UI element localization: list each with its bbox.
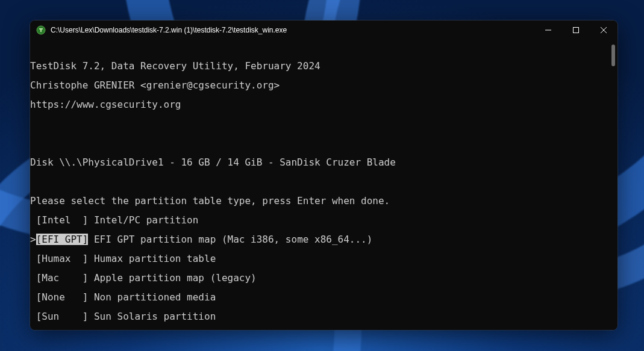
option-none[interactable]: [None ] Non partitioned media <box>30 293 617 302</box>
svg-rect-2 <box>574 28 579 33</box>
option-sun[interactable]: [Sun ] Sun Solaris partition <box>30 312 617 321</box>
terminal-content[interactable]: TestDisk 7.2, Data Recovery Utility, Feb… <box>30 40 617 330</box>
maximize-button[interactable] <box>562 20 590 40</box>
window-controls <box>534 20 617 40</box>
minimize-button[interactable] <box>534 20 562 40</box>
selected-option: [EFI GPT] <box>36 234 89 245</box>
app-icon <box>36 25 46 35</box>
close-button[interactable] <box>590 20 617 40</box>
option-efi-gpt[interactable]: >[EFI GPT] EFI GPT partition map (Mac i3… <box>30 235 617 244</box>
disk-info: Disk \\.\PhysicalDrive1 - 16 GB / 14 GiB… <box>30 158 617 167</box>
header-line-2: Christophe GRENIER <grenier@cgsecurity.o… <box>30 81 617 90</box>
prompt-line: Please select the partition table type, … <box>30 196 617 206</box>
header-line-1: TestDisk 7.2, Data Recovery Utility, Feb… <box>30 61 617 71</box>
window-title: C:\Users\Lex\Downloads\testdisk-7.2.win … <box>51 26 534 34</box>
option-humax[interactable]: [Humax ] Humax partition table <box>30 254 617 264</box>
terminal-window: C:\Users\Lex\Downloads\testdisk-7.2.win … <box>30 20 617 330</box>
option-intel[interactable]: [Intel ] Intel/PC partition <box>30 216 617 225</box>
scrollbar[interactable] <box>611 45 615 66</box>
titlebar[interactable]: C:\Users\Lex\Downloads\testdisk-7.2.win … <box>30 20 617 40</box>
option-mac[interactable]: [Mac ] Apple partition map (legacy) <box>30 273 617 283</box>
header-line-3: https://www.cgsecurity.org <box>30 100 617 110</box>
